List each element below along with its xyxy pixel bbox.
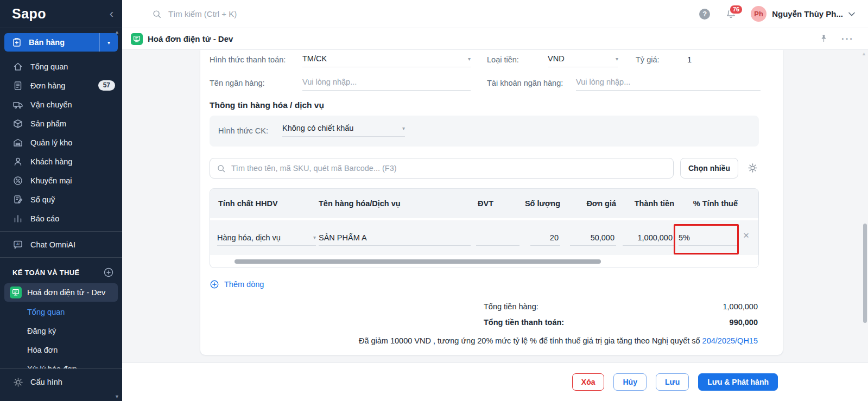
bank-name-input[interactable]: Vui lòng nhập... (302, 78, 471, 91)
help-icon[interactable]: ? (699, 9, 710, 20)
sidebar-item-ban-hang[interactable]: Bán hàng ▾ (4, 33, 118, 52)
cancel-button[interactable]: Hủy (613, 373, 646, 391)
sidebar-collapse-icon[interactable]: ‹ (110, 8, 113, 20)
total-label: Tổng tiền thanh toán: (484, 318, 564, 327)
notification-count-badge: 76 (729, 4, 743, 15)
sidebar-item-don-hang[interactable]: Đơn hàng 57 (0, 76, 122, 95)
sidebar-item-label: Vận chuyển (30, 100, 72, 109)
sidebar-subitem-xu-ly-hoa-don[interactable]: Xử lý hóa đơn (0, 360, 122, 368)
add-section-icon[interactable] (103, 267, 114, 278)
logo-bar: Sapo ‹ (0, 0, 122, 28)
sidebar: Sapo ‹ ▲ Bán hàng ▾ Tổng quan Đơn hàng 5… (0, 0, 122, 401)
col-header-thanh-tien: Thành tiền (606, 189, 674, 218)
sidebar-item-label: Báo cáo (30, 214, 59, 223)
row-tax-percent-value: 5% (679, 233, 690, 242)
row-unit-input[interactable] (476, 230, 519, 246)
sidebar-item-einvoice-dev[interactable]: Hoá đơn điện tử - Dev (4, 283, 118, 302)
row-name-input[interactable]: SẢN PHẨM A (319, 230, 471, 246)
sidebar-item-label: Quản lý kho (30, 138, 72, 147)
sidebar-item-tong-quan[interactable]: Tổng quan (0, 57, 122, 76)
select-multiple-button[interactable]: Chọn nhiều (680, 158, 738, 179)
page-vertical-scrollbar[interactable] (863, 224, 867, 323)
more-options-icon[interactable]: ··· (841, 36, 854, 42)
sidebar-item-cau-hinh[interactable]: Cấu hình (0, 372, 122, 391)
discount-type-box: Hình thức CK: Không có chiết khấu ▾ (210, 116, 759, 147)
box-icon (12, 118, 23, 129)
row-amount-value: 1,000,000 (637, 233, 673, 242)
delete-button[interactable]: Xóa (572, 373, 605, 391)
bank-account-label: Tài khoản ngân hàng: (487, 79, 563, 87)
sapo-logo: Sapo (12, 6, 46, 22)
user-menu-chevron-icon[interactable] (848, 12, 855, 16)
currency-value: VND (548, 54, 565, 63)
save-button[interactable]: Lưu (656, 373, 689, 391)
sidebar-item-san-pham[interactable]: Sản phẩm (0, 114, 122, 133)
product-search-input[interactable]: Tìm theo tên, mã SKU, quét mã Barcode...… (210, 158, 674, 179)
avatar[interactable]: Ph (751, 6, 766, 22)
col-header-dvt: ĐVT (478, 189, 493, 218)
sidebar-item-khach-hang[interactable]: Khách hàng (0, 152, 122, 171)
chevron-down-icon: ▾ (402, 125, 405, 132)
breadcrumb-actions: ··· (819, 34, 854, 43)
ban-hang-dropdown-caret[interactable]: ▾ (99, 33, 118, 52)
table-settings-gear-icon[interactable] (747, 162, 758, 174)
sidebar-section-accounting: KẾ TOÁN VÀ THUẾ (0, 261, 122, 283)
sales-icon (11, 37, 22, 48)
sidebar-item-khuyen-mai[interactable]: Khuyến mại (0, 171, 122, 190)
bank-account-input[interactable]: Vui lòng nhập... (576, 78, 761, 91)
gear-icon (12, 377, 23, 387)
sidebar-item-bao-cao[interactable]: Báo cáo (0, 209, 122, 228)
notifications-button[interactable]: 76 (725, 8, 737, 20)
sidebar-item-so-quy[interactable]: Sổ quỹ (0, 190, 122, 209)
currency-select[interactable]: VND ▾ (548, 54, 618, 67)
person-icon (12, 156, 23, 167)
sidebar-item-label: Sổ quỹ (30, 195, 55, 204)
topbar: Tìm kiếm (Ctrl + K) ? 76 Ph Nguyễn Thùy … (122, 0, 868, 28)
sidebar-item-chat-omniai[interactable]: AI Chat OmniAI (0, 235, 122, 254)
page-scroll-up-icon[interactable]: ▲ (861, 51, 866, 56)
sidebar-scroll-up-icon[interactable]: ▲ (115, 29, 119, 35)
discount-type-value: Không có chiết khấu (282, 124, 353, 132)
global-search-input[interactable]: Tìm kiếm (Ctrl + K) (122, 9, 237, 19)
row-type-value: Hàng hóa, dịch vụ (217, 233, 281, 242)
table-horizontal-scrollbar[interactable] (235, 259, 601, 264)
row-type-select[interactable]: Hàng hóa, dịch vụ ▾ (217, 230, 316, 246)
bank-account-placeholder: Vui lòng nhập... (576, 78, 630, 86)
line-items-table: Tính chất HHDV Tên hàng hóa/Dịch vụ ĐVT … (210, 188, 759, 268)
sidebar-item-label: Đơn hàng (30, 81, 65, 90)
add-row-label: Thêm dòng (224, 280, 264, 289)
order-icon (12, 80, 23, 91)
save-publish-button[interactable]: Lưu & Phát hành (698, 373, 778, 391)
breadcrumb-bar: Hoá đơn điện tử - Dev ··· (122, 28, 868, 50)
pin-icon[interactable] (819, 34, 828, 43)
sidebar-subitem-tong-quan[interactable]: Tổng quan (0, 303, 122, 322)
sidebar-subitem-hoa-don[interactable]: Hóa đơn (0, 341, 122, 360)
search-placeholder: Tìm kiếm (Ctrl + K) (168, 9, 237, 18)
row-tax-percent-input[interactable]: 5% (679, 230, 738, 246)
col-header-tinh-chat: Tính chất HHDV (218, 189, 278, 218)
row-unit-price-input[interactable]: 50,000 (570, 230, 616, 246)
payment-method-value: TM/CK (302, 54, 327, 63)
add-row-button[interactable]: Thêm dòng (210, 279, 264, 289)
row-quantity-input[interactable]: 20 (530, 230, 560, 246)
sidebar-scroll-down-icon[interactable]: ▼ (115, 394, 119, 399)
tax-reduction-note: Đã giảm 10000 VND , tương ứng 20% mức tỷ… (359, 336, 758, 345)
sidebar-item-label: Hoá đơn điện tử - Dev (27, 288, 105, 297)
payment-method-select[interactable]: TM/CK ▾ (302, 54, 471, 67)
user-name[interactable]: Nguyễn Thùy Ph... (772, 9, 843, 18)
remove-row-icon[interactable]: × (743, 230, 749, 240)
sidebar-subitem-dang-ky[interactable]: Đăng ký (0, 322, 122, 341)
truck-icon (12, 99, 23, 110)
sidebar-item-label: Khuyến mại (30, 176, 72, 185)
exchange-rate-value[interactable]: 1 (687, 55, 692, 64)
row-amount-input[interactable]: 1,000,000 (623, 230, 674, 246)
sidebar-item-quan-ly-kho[interactable]: Quản lý kho (0, 133, 122, 152)
divider (0, 231, 122, 232)
divider (0, 257, 122, 258)
page-title: Hoá đơn điện tử - Dev (148, 34, 233, 43)
resolution-link[interactable]: 204/2025/QH15 (702, 336, 758, 345)
sidebar-item-van-chuyen[interactable]: Vận chuyển (0, 95, 122, 114)
sidebar-item-label: Chat OmniAI (30, 240, 75, 249)
sidebar-item-label: Cấu hình (30, 378, 62, 386)
discount-type-select[interactable]: Không có chiết khấu ▾ (282, 124, 405, 137)
